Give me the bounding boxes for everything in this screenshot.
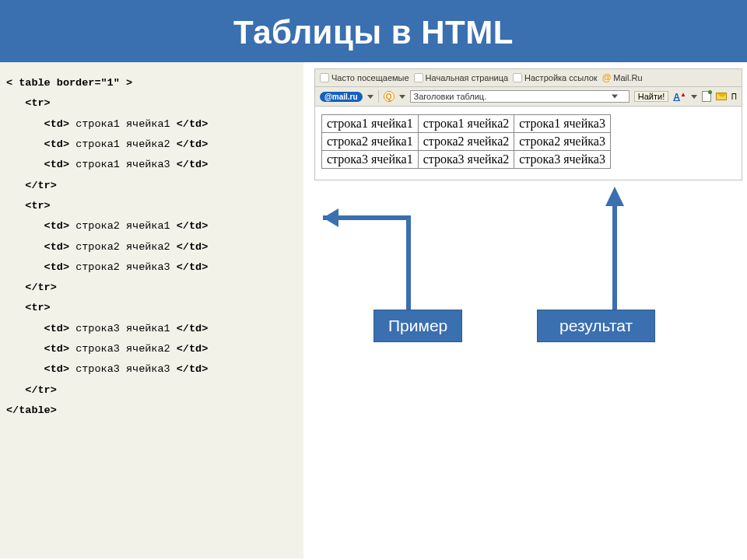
note-icon[interactable]	[702, 91, 711, 102]
bookmark-icon	[320, 73, 329, 82]
bookmark-links[interactable]: Настройка ссылок	[513, 73, 598, 82]
table-row: строка2 ячейка1 строка2 ячейка2 строка2 …	[322, 133, 611, 151]
po-label: П	[731, 93, 737, 101]
code-line: <td> строка2 ячейка3 </td>	[6, 257, 296, 278]
browser-body: строка1 ячейка1 строка1 ячейка2 строка1 …	[315, 107, 742, 180]
mail-icon[interactable]	[716, 93, 727, 100]
chevron-down-icon[interactable]	[399, 95, 405, 99]
code-line: <td> строка1 ячейка3 </td>	[6, 155, 296, 175]
code-line: <td> строка1 ячейка2 </td>	[6, 135, 296, 155]
find-button[interactable]: Найти!	[634, 91, 668, 102]
mail-badge[interactable]: @mail.ru	[320, 92, 363, 102]
bookmark-frequent[interactable]: Часто посещаемые	[320, 73, 409, 82]
code-line: <td> строка3 ячейка1 </td>	[6, 319, 296, 339]
code-line: < table border="1" >	[6, 73, 296, 93]
table-cell: строка3 ячейка1	[322, 151, 419, 169]
bookmark-mail[interactable]: @Mail.Ru	[602, 72, 643, 83]
chevron-down-icon[interactable]	[612, 95, 618, 99]
svg-marker-1	[605, 187, 624, 206]
font-size-icon[interactable]: A▲	[673, 91, 686, 103]
content-area: < table border="1" > <tr> <td> строка1 я…	[0, 62, 747, 558]
code-line: <td> строка3 ячейка2 </td>	[6, 339, 296, 359]
separator	[378, 90, 379, 103]
table-cell: строка1 ячейка3	[514, 115, 611, 133]
code-line: </tr>	[6, 380, 296, 401]
code-line: </table>	[6, 401, 296, 421]
code-line: <tr>	[6, 298, 296, 318]
code-panel: < table border="1" > <tr> <td> строка1 я…	[0, 62, 303, 558]
bookmark-start[interactable]: Начальная страница	[414, 73, 508, 82]
bookmark-bar: Часто посещаемые Начальная страница Наст…	[315, 69, 742, 87]
code-line: <tr>	[6, 196, 296, 216]
result-label: результат	[537, 310, 655, 342]
code-line: <td> строка1 ячейка1 </td>	[6, 114, 296, 135]
search-engine-icon[interactable]: Q	[384, 91, 395, 102]
search-toolbar: @mail.ru Q Заголовки таблиц. Найти! A▲ П	[315, 87, 742, 107]
code-line: <tr>	[6, 93, 296, 114]
svg-marker-0	[323, 208, 338, 227]
code-line: <td> строка3 ячейка3 </td>	[6, 359, 296, 380]
code-line: </tr>	[6, 176, 296, 196]
table-row: строка1 ячейка1 строка1 ячейка2 строка1 …	[322, 115, 611, 133]
rendered-table: строка1 ячейка1 строка1 ячейка2 строка1 …	[321, 114, 611, 169]
chevron-down-icon[interactable]	[367, 95, 374, 99]
browser-mock: Часто посещаемые Начальная страница Наст…	[314, 68, 742, 180]
code-line: </tr>	[6, 278, 296, 298]
bookmark-icon	[513, 73, 522, 82]
at-icon: @	[602, 72, 612, 83]
table-cell: строка2 ячейка1	[322, 133, 419, 151]
table-cell: строка2 ячейка2	[418, 133, 514, 151]
table-cell: строка1 ячейка1	[322, 115, 419, 133]
example-label: Пример	[374, 310, 462, 342]
result-arrow	[568, 163, 661, 319]
slide-title: Таблицы в HTML	[0, 0, 747, 62]
toolbar-icons: A▲ П	[673, 91, 737, 103]
code-line: <td> строка2 ячейка2 </td>	[6, 237, 296, 257]
table-row: строка3 ячейка1 строка3 ячейка2 строка3 …	[322, 151, 611, 169]
search-input[interactable]: Заголовки таблиц.	[410, 90, 630, 103]
table-cell: строка2 ячейка3	[514, 133, 611, 151]
chevron-down-icon[interactable]	[691, 95, 697, 99]
table-cell: строка3 ячейка2	[418, 151, 514, 169]
bookmark-icon	[414, 73, 423, 82]
table-cell: строка1 ячейка2	[418, 115, 514, 133]
result-panel: Часто посещаемые Начальная страница Наст…	[303, 62, 747, 558]
code-line: <td> строка2 ячейка1 </td>	[6, 216, 296, 236]
